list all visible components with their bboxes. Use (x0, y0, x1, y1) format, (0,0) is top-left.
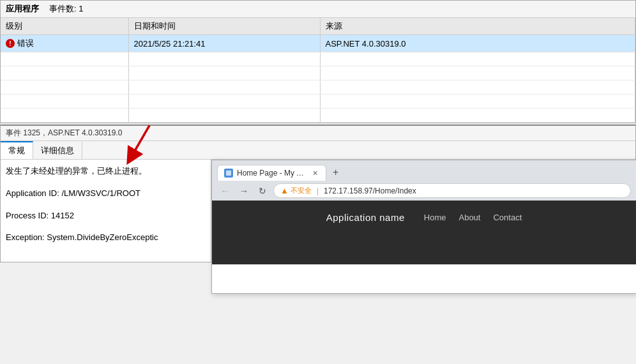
browser-tab-title: Home Page - My ASP.NET App (237, 169, 307, 178)
table-row[interactable]: ! 错误 2021/5/25 21:21:41 ASP.NET 4.0.3031… (1, 35, 635, 52)
detail-line3: Process ID: 14152 (6, 209, 206, 223)
cell-datetime: 2021/5/25 21:21:41 (128, 35, 320, 52)
security-warning-icon: ▲ 不安全 (280, 186, 312, 195)
browser-address-bar: ← → ↻ ▲ 不安全 | 172.17.158.97/Home/Index (212, 181, 636, 201)
table-row-empty (1, 66, 635, 80)
address-bar-input[interactable]: ▲ 不安全 | 172.17.158.97/Home/Index (273, 183, 631, 198)
app-brand[interactable]: Application name (326, 212, 405, 223)
browser-navbar: Application name Home About Contact (212, 207, 636, 228)
address-url: 172.17.158.97/Home/Index (324, 186, 416, 195)
tab-general[interactable]: 常规 (1, 141, 33, 159)
svg-rect-2 (226, 171, 231, 176)
browser-chrome: Home Page - My ASP.NET App ✕ + (212, 160, 636, 181)
detail-tabs: 常规 详细信息 (1, 141, 635, 160)
forward-button[interactable]: → (236, 185, 252, 197)
detail-line1: 发生了未经处理的异常，已终止进程。 (6, 165, 206, 178)
detail-content: 发生了未经处理的异常，已终止进程。 Application ID: /LM/W3… (1, 160, 635, 262)
event-viewer-title: 应用程序 (6, 3, 39, 15)
browser-nav-links: Home About Contact (424, 213, 522, 222)
browser-window: Home Page - My ASP.NET App ✕ + ← → ↻ ▲ 不… (211, 160, 636, 294)
browser-tab[interactable]: Home Page - My ASP.NET App ✕ (217, 165, 326, 181)
detail-header: 事件 1325，ASP.NET 4.0.30319.0 (1, 126, 635, 141)
detail-line2: Application ID: /LM/W3SVC/1/ROOT (6, 187, 206, 201)
table-row-empty (1, 80, 635, 95)
tab-close-icon[interactable]: ✕ (311, 169, 319, 178)
col-level: 级别 (1, 18, 128, 35)
new-tab-button[interactable]: + (328, 164, 344, 181)
tab-favicon (224, 169, 233, 178)
nav-home[interactable]: Home (424, 213, 446, 222)
table-row-empty (1, 109, 635, 123)
refresh-button[interactable]: ↻ (255, 185, 269, 197)
event-viewer: 应用程序 事件数: 1 级别 日期和时间 来源 ! 错误 2021/5/25 2… (0, 0, 636, 123)
cell-level: ! 错误 (1, 35, 128, 52)
nav-contact[interactable]: Contact (493, 213, 522, 222)
col-datetime: 日期和时间 (128, 18, 320, 35)
address-separator: | (317, 186, 319, 195)
security-label: 不安全 (291, 186, 312, 195)
browser-tab-bar: Home Page - My ASP.NET App ✕ + (217, 164, 631, 181)
col-source: 来源 (320, 18, 635, 35)
event-count-label: 事件数: 1 (49, 3, 83, 15)
error-circle-icon: ! (6, 39, 15, 48)
event-viewer-header: 应用程序 事件数: 1 (1, 1, 635, 18)
warning-triangle: ▲ (280, 186, 289, 195)
browser-content: Application name Home About Contact (212, 201, 636, 264)
table-row-empty (1, 52, 635, 66)
table-row-empty (1, 95, 635, 109)
back-button[interactable]: ← (217, 185, 232, 197)
error-icon-cell: ! 错误 (6, 38, 34, 49)
nav-about[interactable]: About (458, 213, 480, 222)
detail-panel: 事件 1325，ASP.NET 4.0.30319.0 常规 详细信息 发生了未… (0, 125, 636, 262)
event-table: 级别 日期和时间 来源 ! 错误 2021/5/25 21:21:41 ASP.… (1, 18, 635, 123)
detail-line4: Exception: System.DivideByZeroExceptic (6, 231, 206, 245)
detail-text-content: 发生了未经处理的异常，已终止进程。 Application ID: /LM/W3… (1, 160, 211, 262)
cell-source: ASP.NET 4.0.30319.0 (320, 35, 635, 52)
tab-detail[interactable]: 详细信息 (33, 141, 82, 159)
